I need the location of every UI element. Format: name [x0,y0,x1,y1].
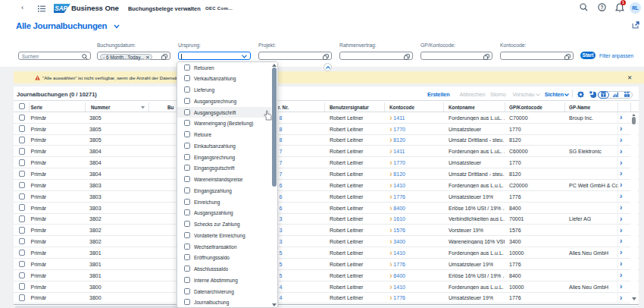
svg-text:SAP: SAP [55,5,67,12]
svg-text:?: ? [600,5,603,10]
